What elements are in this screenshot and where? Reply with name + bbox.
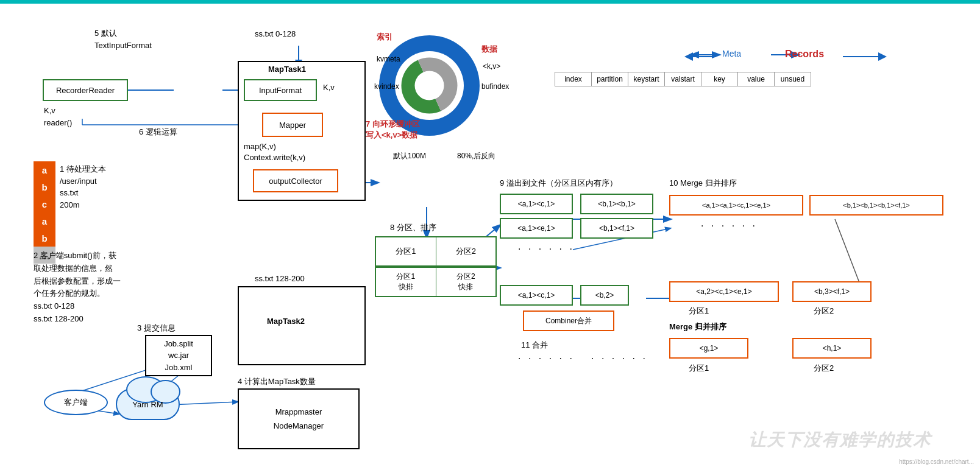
col-valstart: valstart [665,72,701,86]
label-default100m: 默认100M [393,151,426,161]
label-index: 索引 [377,32,392,43]
spill-bot-r1: <a,1><c,1> [500,285,573,306]
inputformat-label: InputFormat [259,86,302,95]
merge1-r2: <b,1><b,1><b,1><f,1> [809,195,943,216]
label-step8: 8 分区、排序 [390,222,436,233]
merge3-r2-label: <h,1> [823,344,842,353]
label-kv-out: K,v [323,83,335,92]
combiner-box: Combiner合并 [523,310,614,331]
merge2-p2: 分区2 [814,306,834,317]
label-sstxt-0128: ss.txt 0-128 [255,29,296,38]
svg-line-18 [171,402,238,405]
spill-top-r2: <b,1><b,1> [580,194,653,214]
mrappmaster-box: Mrappmaster NodeManager [238,388,360,449]
label-meta: Meta [722,49,741,58]
maptask2-box [238,286,366,365]
combiner-label: Combiner合并 [545,316,592,326]
label-step4: 4 计算出MapTask数量 [238,376,316,387]
top-bar [0,0,980,4]
yarnrm-label: Yarn RM [132,400,163,409]
col-index: index [555,72,592,86]
spill1-r3-label: <a,1><e,1> [517,224,555,233]
dots-merge: · · · · · · [701,220,758,231]
diagram-container: 5 默认TextInputFormat ss.txt 0-128 MapTask… [0,0,980,470]
partition2-label: 分区2 [436,237,496,265]
spill-bot-r2: <b,2> [580,285,629,306]
label-data: 数据 [481,44,497,55]
spill-top-r4: <b,1><f,1> [580,218,653,239]
dots-bottom2: · · · · · · [591,353,648,364]
mapper-box: Mapper [262,113,323,137]
label-percent80: 80%,后反向 [457,151,495,161]
label-mapkv: map(K,v)Context.write(k,v) [244,141,305,163]
watermark: 让天下没有难学的技术 [748,429,931,452]
url-label: https://blog.csdn.net/chart... [899,458,974,465]
merge3-p2: 分区2 [814,363,834,374]
spill-top-r1: <a,1><c,1> [500,194,573,214]
label-step1: 1 待处理文本/user/inputss.txt200m [60,163,106,211]
col-value: value [738,72,775,86]
merge2-r2-label: <b,3><f,1> [814,287,850,296]
outputcollector-label: outputCollector [269,177,322,186]
merge1-r1: <a,1><a,1><c,1><e,1> [669,195,803,216]
meta-arrow-left [683,52,719,61]
merge1-r2-label: <b,1><b,1><b,1><f,1> [843,202,910,209]
spill2-r1-label: <a,1><c,1> [518,291,555,300]
label-step7: 7 向环形缓冲区写入<k,v>数据 [366,119,420,141]
merge1-r1-label: <a,1><a,1><c,1><e,1> [702,202,770,209]
outputcollector-box: outputCollector [253,169,338,192]
merge3-r1: <g,1> [669,338,748,359]
label-maptask1: MapTask1 [268,65,306,74]
dots-bottom: · · · · · · [518,353,575,364]
partition1-label: 分区1 [376,237,436,265]
label-records: Records [785,49,824,60]
client-ellipse: 客户端 [44,390,108,415]
label-step2: 2 客户端submit()前，获取处理数据的信息，然后根据参数配置，形成一个任务… [34,250,121,326]
col-key: key [701,72,738,86]
merge3-r2: <h,1> [792,338,872,359]
spill1-r4-label: <b,1><f,1> [599,224,634,233]
label-step3: 3 提交信息 [137,323,176,334]
file-stack: a b c a b … [34,161,55,264]
label-kvindex: kvindex [374,82,399,91]
client-label: 客户端 [64,397,88,408]
col-partition: partition [592,72,628,86]
mrappmaster-label: Mrappmaster [275,407,322,416]
merge2-r2: <b,3><f,1> [792,281,872,302]
spill2-r2-label: <b,2> [595,291,614,300]
spill1-r1-label: <a,1><c,1> [518,200,555,208]
merge3-r1-label: <g,1> [700,344,719,353]
meta-records-table: index partition keystart valstart key va… [555,72,811,86]
label-maptask2: MapTask2 [267,317,305,326]
partition1-sort-label: 分区1 快排 [376,268,436,296]
recorderreader-box: RecorderReader [43,79,128,101]
label-bufindex: bufindex [481,82,509,91]
label-step10: 10 Merge 归并排序 [669,178,737,189]
col-keystart: keystart [628,72,665,86]
partition-row2: 分区1 快排 分区2 快排 [375,267,497,297]
jobsplit-label: Job.split wc.jar Job.xml [164,338,193,374]
partition-row1: 分区1 分区2 [375,236,497,267]
label-step6: 6 逻辑运算 [139,127,177,138]
partition2-sort-label: 分区2 快排 [436,268,496,296]
dots-spill: · · · · · · [518,244,575,254]
mapper-label: Mapper [279,121,306,130]
col-unsued: unsued [775,72,811,86]
merge3-p1: 分区1 [689,363,709,374]
records-arrow-right [840,52,889,61]
yarn-cloud: Yarn RM [116,388,180,420]
spill-top-r3: <a,1><e,1> [500,218,573,239]
ring-inner [395,51,464,120]
jobsplit-box: Job.split wc.jar Job.xml [145,335,212,376]
spill1-r2-label: <b,1><b,1> [598,200,635,208]
nodemanager-label: NodeManager [274,421,324,430]
label-step11: 11 合并 [521,340,548,351]
label-step5-default: 5 默认TextInputFormat [94,27,152,51]
label-merge3: Merge 归并排序 [669,321,726,332]
label-kvmeta: kvmeta [377,55,400,63]
merge2-r1-label: <a,2><c,1><e,1> [696,287,751,296]
recorderreader-label: RecorderReader [56,86,115,95]
label-kv-reader: K,vreader() [44,105,72,128]
label-step9: 9 溢出到文件（分区且区内有序） [500,178,617,189]
merge2-p1: 分区1 [689,306,709,317]
